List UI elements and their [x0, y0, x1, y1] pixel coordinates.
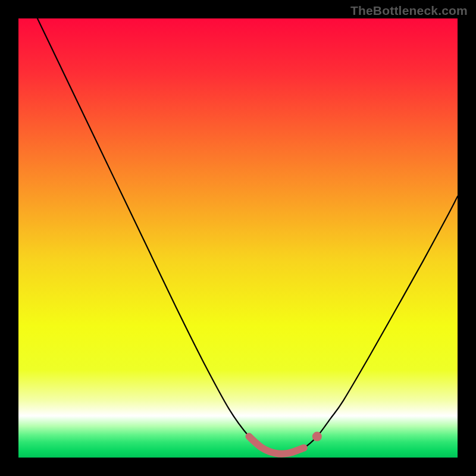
plot-area: [18, 18, 458, 458]
bottleneck-curve: [18, 18, 458, 454]
highlight-dot: [312, 432, 322, 441]
curve-layer: [18, 18, 458, 458]
chart-stage: TheBottleneck.com: [0, 0, 476, 476]
watermark-text: TheBottleneck.com: [350, 4, 468, 18]
highlight-region: [249, 437, 303, 454]
